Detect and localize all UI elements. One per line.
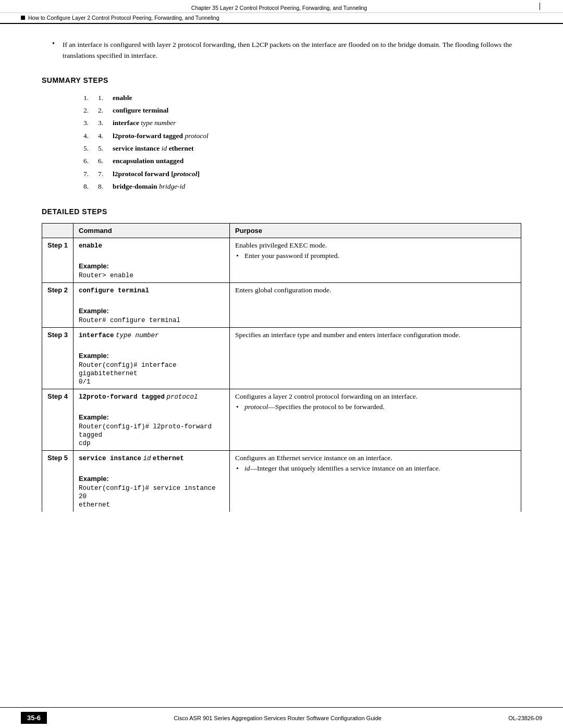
step-label-5: Step 5 — [42, 451, 74, 512]
page-header: Chapter 35 Layer 2 Control Protocol Peer… — [0, 0, 563, 24]
cmd-cell-4: l2proto-forward tagged protocol Example:… — [74, 389, 230, 451]
th-command: Command — [74, 224, 230, 238]
table-row: Step 2 configure terminal Example: Route… — [42, 283, 521, 328]
purpose-main-2: Enters global configuration mode. — [235, 286, 331, 294]
header-section: How to Configure Layer 2 Control Protoco… — [28, 15, 219, 21]
summary-step-3: 3. interface type number — [83, 117, 521, 129]
purpose-bullet-5: id—Integer that uniquely identifies a se… — [235, 464, 516, 473]
summary-step-2: 2. configure terminal — [83, 104, 521, 117]
step-label-2: Step 2 — [42, 283, 74, 328]
cmd-italic-4: protocol — [166, 393, 198, 401]
cmd-id-5: id — [143, 455, 151, 462]
th-empty — [42, 224, 74, 238]
content-area: If an interface is configured with layer… — [0, 24, 563, 707]
example-code-4: Router(config-if)# l2proto-forward tagge… — [79, 423, 212, 447]
example-code-2: Router# configure terminal — [79, 317, 180, 324]
step-label-4: Step 4 — [42, 389, 74, 451]
cmd-code-2: configure terminal — [79, 287, 149, 294]
example-label-3: Example: — [79, 352, 224, 360]
table-row: Step 3 interface type number Example: Ro… — [42, 328, 521, 389]
example-code-3: Router(config)# interface gigabitetherne… — [79, 362, 177, 386]
cmd-code-5: service instance — [79, 455, 141, 462]
example-label-4: Example: — [79, 413, 224, 421]
steps-ol: 1. enable 2. configure terminal 3. inter… — [83, 92, 521, 193]
purpose-cell-5: Configures an Ethernet service instance … — [230, 451, 521, 512]
intro-bullet: If an interface is configured with layer… — [42, 40, 521, 61]
cmd-cell-3: interface type number Example: Router(co… — [74, 328, 230, 389]
purpose-main-3: Specifies an interface type and number a… — [235, 331, 460, 339]
footer-center-text: Cisco ASR 901 Series Aggregation Service… — [174, 715, 382, 721]
header-chapter: Chapter 35 Layer 2 Control Protocol Peer… — [191, 5, 367, 11]
summary-step-6: 6. encapsulation untagged — [83, 155, 521, 167]
example-code-1: Router> enable — [79, 272, 133, 279]
purpose-cell-1: Enables privileged EXEC mode. Enter your… — [230, 238, 521, 283]
cmd-cell-2: configure terminal Example: Router# conf… — [74, 283, 230, 328]
cmd-code-1: enable — [79, 242, 102, 250]
table-row: Step 5 service instance id ethernet Exam… — [42, 451, 521, 512]
header-bullet-icon — [21, 16, 25, 20]
purpose-main-1: Enables privileged EXEC mode. — [235, 241, 327, 249]
cmd-cell-5: service instance id ethernet Example: Ro… — [74, 451, 230, 512]
th-purpose: Purpose — [230, 224, 521, 238]
step-label-3: Step 3 — [42, 328, 74, 389]
summary-steps-section: SUMMARY STEPS 1. enable 2. configure ter… — [42, 76, 521, 193]
detailed-steps-heading: DETAILED STEPS — [42, 207, 521, 216]
summary-steps-list: 1. enable 2. configure terminal 3. inter… — [42, 92, 521, 193]
table-header-row: Command Purpose — [42, 224, 521, 238]
example-code-5: Router(config-if)# service instance 20et… — [79, 485, 216, 509]
cmd-code-4: l2proto-forward tagged — [79, 393, 165, 401]
table-row: Step 1 enable Example: Router> enable En… — [42, 238, 521, 283]
page-footer: 35-6 Cisco ASR 901 Series Aggregation Se… — [0, 707, 563, 728]
purpose-bullet-1: Enter your password if prompted. — [235, 252, 516, 260]
summary-step-4: 4. l2proto-forward tagged protocol — [83, 130, 521, 142]
table-row: Step 4 l2proto-forward tagged protocol E… — [42, 389, 521, 451]
summary-step-1: 1. enable — [83, 92, 521, 104]
purpose-cell-2: Enters global configuration mode. — [230, 283, 521, 328]
page: Chapter 35 Layer 2 Control Protocol Peer… — [0, 0, 563, 728]
example-label-5: Example: — [79, 475, 224, 483]
steps-table: Command Purpose Step 1 enable Example: R… — [42, 223, 521, 512]
footer-page-number: 35-6 — [21, 712, 47, 724]
purpose-main-4: Configures a layer 2 control protocol fo… — [235, 392, 418, 400]
summary-step-7: 7. l2protocol forward [protocol] — [83, 168, 521, 180]
purpose-cell-3: Specifies an interface type and number a… — [230, 328, 521, 389]
cmd-cell-1: enable Example: Router> enable — [74, 238, 230, 283]
purpose-bullet-4: protocol—Specifies the protocol to be fo… — [235, 403, 516, 411]
cmd-eth-5: ethernet — [153, 455, 184, 462]
step-label-1: Step 1 — [42, 238, 74, 283]
detailed-steps-section: DETAILED STEPS Command Purpose Step 1 en… — [42, 207, 521, 512]
summary-step-5: 5. service instance id ethernet — [83, 142, 521, 155]
summary-steps-heading: SUMMARY STEPS — [42, 76, 521, 84]
cmd-italic-3: type number — [116, 332, 159, 339]
example-label-1: Example: — [79, 262, 224, 270]
purpose-italic-4: protocol — [244, 403, 268, 411]
intro-text: If an interface is configured with layer… — [63, 41, 512, 59]
purpose-italic-5: id — [244, 464, 250, 472]
example-label-2: Example: — [79, 307, 224, 315]
footer-right-text: OL-23826-09 — [508, 715, 542, 721]
summary-step-8: 8. bridge-domain bridge-id — [83, 180, 521, 193]
purpose-cell-4: Configures a layer 2 control protocol fo… — [230, 389, 521, 451]
cmd-code-3: interface — [79, 332, 114, 339]
purpose-main-5: Configures an Ethernet service instance … — [235, 454, 392, 462]
